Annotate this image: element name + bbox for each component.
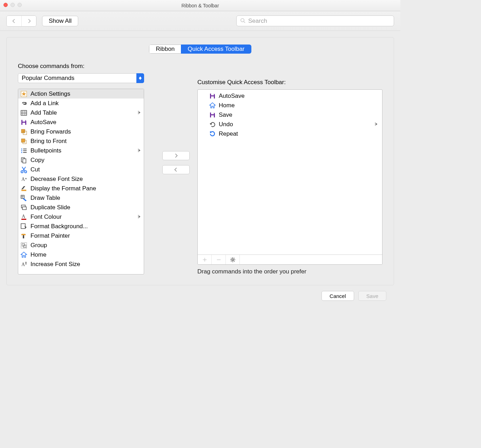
bullets-icon (19, 147, 28, 155)
list-item-label: Add Table (31, 109, 135, 116)
command-list-item[interactable]: Group (18, 240, 144, 250)
list-item-label: Increase Font Size (31, 261, 142, 268)
home-icon (208, 102, 217, 109)
submenu-arrow-icon (137, 147, 142, 154)
submenu-arrow-icon (137, 109, 142, 116)
dropdown-value: Popular Commands (22, 75, 74, 82)
submenu-arrow-icon (374, 121, 380, 128)
choose-commands-label: Choose commands from: (18, 63, 155, 70)
dup-slide-icon (19, 204, 28, 211)
list-item-label: Cut (31, 166, 142, 173)
show-all-button[interactable]: Show All (42, 16, 78, 26)
command-list-item[interactable]: Home (18, 250, 144, 259)
command-list-item[interactable]: Add Table (18, 108, 144, 117)
qat-remove-button[interactable] (212, 255, 226, 264)
list-item-label: Decrease Font Size (31, 176, 142, 183)
submenu-arrow-icon (137, 213, 142, 220)
command-list-item[interactable]: Display the Format Pane (18, 184, 144, 193)
list-item-label: Home (219, 102, 235, 109)
qat-list-item[interactable]: Undo (198, 120, 382, 129)
search-input[interactable] (248, 17, 390, 25)
list-item-label: Undo (219, 121, 233, 128)
list-item-label: Copy (31, 157, 142, 164)
segmented-tabs: Ribbon Quick Access Toolbar (149, 45, 251, 54)
draw-table-icon (19, 194, 28, 202)
list-item-label: Action Settings (31, 90, 142, 97)
save-purple-icon (208, 92, 217, 100)
list-item-label: Draw Table (31, 195, 142, 202)
list-item-label: Display the Format Pane (31, 185, 142, 192)
list-item-label: Save (219, 111, 232, 118)
window: Ribbon & Toolbar Show All Ribbon Quick A… (0, 0, 400, 314)
command-list-item[interactable]: Action Settings (18, 89, 144, 99)
bring-front-icon (19, 137, 28, 145)
qat-listbox[interactable]: AutoSaveHomeSaveUndoRepeat (197, 89, 382, 265)
list-item-label: Duplicate Slide (31, 204, 142, 211)
remove-command-button[interactable] (162, 165, 190, 174)
qat-list-item[interactable]: Home (198, 101, 382, 110)
list-item-label: Format Painter (31, 232, 142, 239)
undo-icon (208, 121, 217, 128)
qat-list-item[interactable]: AutoSave (198, 91, 382, 101)
home-icon (19, 251, 28, 259)
link-icon (19, 100, 28, 107)
back-button[interactable] (7, 16, 21, 26)
commands-listbox[interactable]: Action SettingsAdd a LinkAdd TableAutoSa… (18, 89, 144, 274)
command-list-item[interactable]: Cut (18, 165, 144, 174)
command-list-item[interactable]: Bring Forwards (18, 127, 144, 136)
format-pane-icon (19, 185, 28, 192)
command-list-item[interactable]: Decrease Font Size (18, 174, 144, 184)
window-zoom-button[interactable] (18, 3, 22, 7)
tab-ribbon[interactable]: Ribbon (149, 45, 181, 54)
forward-button[interactable] (21, 16, 36, 26)
list-item-label: Home (31, 251, 142, 258)
window-close-button[interactable] (4, 3, 8, 7)
command-list-item[interactable]: Duplicate Slide (18, 203, 144, 212)
list-item-label: Format Background... (31, 223, 142, 230)
font-inc-icon (19, 260, 28, 268)
list-item-label: AutoSave (31, 119, 142, 126)
qat-list-item[interactable]: Save (198, 110, 382, 120)
tab-quick-access-toolbar[interactable]: Quick Access Toolbar (181, 45, 251, 54)
command-list-item[interactable]: Bring to Front (18, 136, 144, 146)
command-list-item[interactable]: Format Background... (18, 222, 144, 231)
cancel-button[interactable]: Cancel (321, 291, 354, 301)
list-item-label: AutoSave (219, 93, 245, 100)
dropdown-stepper-icon (136, 73, 144, 83)
qat-add-separator-button[interactable] (198, 255, 212, 264)
command-list-item[interactable]: Format Painter (18, 231, 144, 240)
window-title: Ribbon & Toolbar (0, 3, 400, 8)
command-list-item[interactable]: AutoSave (18, 117, 144, 127)
add-command-button[interactable] (162, 151, 190, 160)
command-list-item[interactable]: Bulletpoints (18, 146, 144, 155)
command-list-item[interactable]: Draw Table (18, 193, 144, 203)
search-icon (240, 18, 248, 24)
list-item-label: Group (31, 242, 142, 249)
table-icon (19, 109, 28, 117)
bring-fwd-icon (19, 128, 28, 136)
save-button: Save (358, 291, 386, 301)
customise-qat-label: Customise Quick Access Toolbar: (197, 79, 382, 86)
command-list-item[interactable]: Add a Link (18, 99, 144, 108)
group-icon (19, 242, 28, 249)
toolbar: Show All (0, 11, 400, 31)
font-colour-icon (19, 213, 28, 221)
format-bg-icon (19, 223, 28, 230)
choose-commands-dropdown[interactable]: Popular Commands (18, 73, 144, 83)
qat-list-item[interactable]: Repeat (198, 129, 382, 138)
list-item-label: Bring to Front (31, 138, 142, 145)
command-list-item[interactable]: Copy (18, 155, 144, 165)
cut-icon (19, 166, 28, 174)
list-item-label: Repeat (219, 130, 238, 137)
repeat-icon (208, 130, 217, 138)
command-list-item[interactable]: Increase Font Size (18, 259, 144, 269)
search-field[interactable] (236, 15, 394, 26)
drag-hint: Drag commands into the order you prefer (197, 268, 382, 275)
window-minimize-button[interactable] (11, 3, 15, 7)
command-list-item[interactable]: Font Colour (18, 212, 144, 222)
painter-icon (19, 232, 28, 240)
font-dec-icon (19, 175, 28, 183)
list-item-label: Bring Forwards (31, 128, 142, 135)
qat-settings-button[interactable] (226, 255, 240, 264)
list-item-label: Font Colour (31, 213, 135, 220)
